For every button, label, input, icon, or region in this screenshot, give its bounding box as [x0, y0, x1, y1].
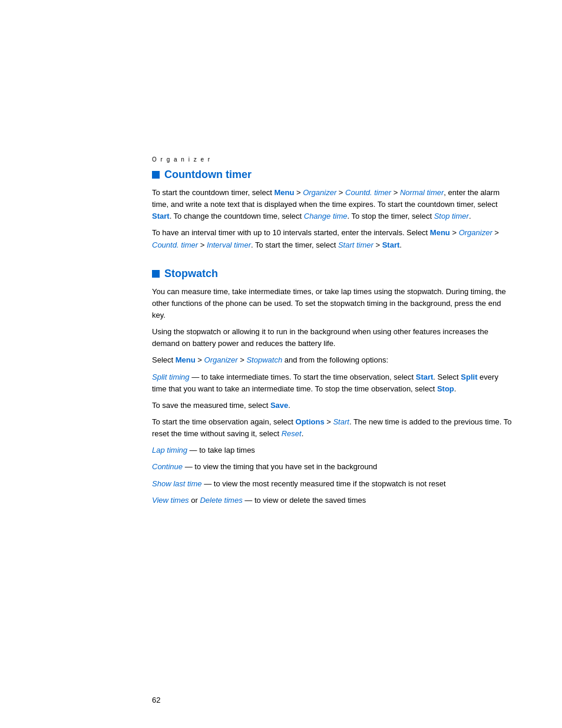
continue-link: Continue	[152, 462, 183, 471]
stopwatch-icon	[152, 270, 160, 278]
interval-timer-link: Interval timer	[207, 241, 251, 249]
split-stop: Stop	[437, 384, 454, 393]
p2-arrow4: >	[373, 241, 382, 249]
after-change: . To stop the timer, select	[347, 212, 434, 220]
menu-link2: Menu	[430, 228, 450, 237]
restart-arrow1: >	[325, 417, 333, 426]
stopwatch-title: Stopwatch	[152, 268, 515, 280]
restart-before: To start the time observation again, sel…	[152, 417, 296, 426]
lap-timing-line: Lap timing — to take lap times	[152, 444, 515, 456]
organizer-link2: Organizer	[459, 228, 492, 237]
split-start: Start	[416, 373, 434, 381]
p3-before: Select	[152, 355, 176, 364]
after-start1: . To change the countdown time, select	[170, 212, 304, 220]
p3-arrow2: >	[238, 355, 247, 364]
stopwatch-heading: Stopwatch	[164, 268, 218, 280]
stopwatch-para2: Using the stopwatch or allowing it to ru…	[152, 326, 515, 350]
organizer-link3: Organizer	[204, 355, 238, 364]
view-delete-between: or	[189, 496, 200, 505]
split-timing-para: Split timing — to take intermediate time…	[152, 371, 515, 395]
continue-line: Continue — to view the timing that you h…	[152, 461, 515, 473]
arrow1c: >	[391, 188, 400, 197]
countdown-timer-heading: Countdown timer	[164, 169, 252, 181]
countd-timer-link: Countd. timer	[345, 188, 391, 197]
reset-link: Reset	[282, 429, 302, 438]
end1: .	[469, 212, 471, 220]
stopwatch-para1: You can measure time, take intermediate …	[152, 286, 515, 321]
organizer-label: O r g a n i z e r	[152, 156, 515, 163]
split-end: .	[454, 384, 457, 393]
arrow1b: >	[336, 188, 345, 197]
page-number: 62	[152, 696, 160, 704]
show-last-time-line: Show last time — to view the most recent…	[152, 478, 515, 490]
countdown-timer-icon	[152, 171, 160, 179]
save-before: To save the measured time, select	[152, 401, 270, 410]
lap-timing-after: — to take lap times	[187, 446, 255, 454]
menu-link3: Menu	[176, 355, 196, 364]
p2-arrow2: >	[492, 228, 499, 237]
view-delete-after: — to view or delete the saved times	[243, 496, 366, 505]
countd-timer-link2: Countd. timer	[152, 241, 198, 249]
show-last-time-link: Show last time	[152, 479, 202, 488]
split-after-link: — to take intermediate times. To start t…	[190, 373, 416, 381]
organizer-link1: Organizer	[303, 188, 336, 197]
view-delete-line: View times or Delete times — to view or …	[152, 495, 515, 506]
start-link2: Start	[382, 241, 400, 249]
start-timer-link: Start timer	[338, 241, 373, 249]
countdown-timer-title: Countdown timer	[152, 169, 515, 181]
p3-arrow1: >	[196, 355, 204, 364]
show-last-time-after: — to view the most recently measured tim…	[202, 479, 446, 488]
delete-times-link: Delete times	[200, 496, 242, 505]
start-link1: Start	[152, 212, 170, 220]
split-after-start: . Select	[433, 373, 461, 381]
stopwatch-para3: Select Menu > Organizer > Stopwatch and …	[152, 354, 515, 366]
menu-link1: Menu	[274, 188, 294, 197]
restart-line: To start the time observation again, sel…	[152, 416, 515, 440]
p3-after: and from the following options:	[282, 355, 388, 364]
lap-timing-link: Lap timing	[152, 446, 187, 454]
save-end: .	[288, 401, 290, 410]
countdown-para2: To have an interval timer with up to 10 …	[152, 227, 515, 251]
countdown-para1: To start the countdown timer, select Men…	[152, 187, 515, 222]
save-line: To save the measured time, select Save.	[152, 400, 515, 411]
continue-after: — to view the timing that you have set i…	[183, 462, 377, 471]
stopwatch-link: Stopwatch	[246, 355, 282, 364]
restart-end: .	[302, 429, 304, 438]
normal-timer-link: Normal timer	[400, 188, 444, 197]
options-link: Options	[296, 417, 325, 426]
view-times-link: View times	[152, 496, 189, 505]
after-interval: . To start the timer, select	[251, 241, 338, 249]
change-time-link: Change time	[304, 212, 348, 220]
para2-before: To have an interval timer with up to 10 …	[152, 228, 430, 237]
countdown-timer-section: Countdown timer To start the countdown t…	[152, 169, 515, 251]
stopwatch-section: Stopwatch You can measure time, take int…	[152, 268, 515, 506]
split-split: Split	[461, 373, 477, 381]
arrow1a: >	[294, 188, 303, 197]
split-timing-link: Split timing	[152, 373, 190, 381]
restart-start-link: Start	[333, 417, 349, 426]
save-link: Save	[270, 401, 288, 410]
p2-arrow1: >	[450, 228, 459, 237]
page: O r g a n i z e r Countdown timer To sta…	[0, 0, 562, 728]
p2-arrow3: >	[198, 241, 207, 249]
stop-timer-link: Stop timer	[434, 212, 469, 220]
text-before-menu1: To start the countdown timer, select	[152, 188, 274, 197]
end2: .	[399, 241, 402, 249]
content-area: O r g a n i z e r Countdown timer To sta…	[152, 0, 515, 506]
